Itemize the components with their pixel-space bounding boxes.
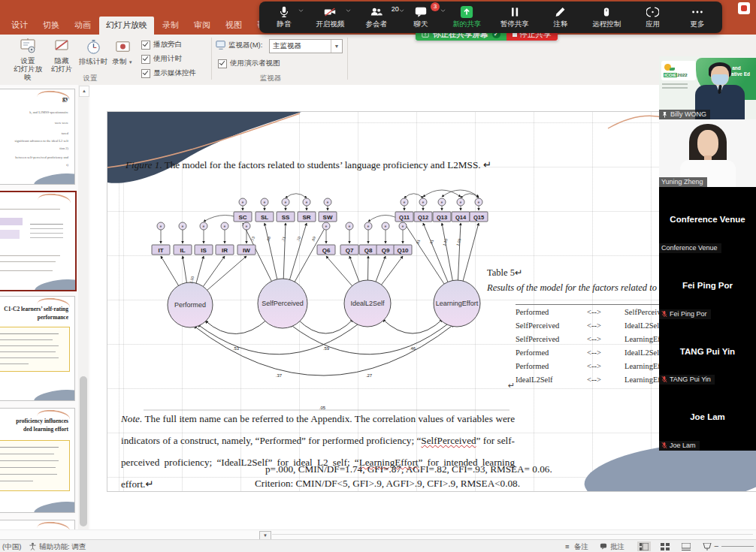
ppt-status-bar: (中国) 辅助功能: 调查 ≡ 备注 批注 − <box>0 539 756 552</box>
latent-selfperceived: SelfPerceived <box>262 300 304 307</box>
thumbnail-slide-5[interactable]: diates the relationship between intended… <box>0 520 75 529</box>
remote-control-button[interactable]: 远程控制 <box>592 5 621 29</box>
participant-video-yuning[interactable]: Yuning Zheng <box>659 119 756 187</box>
chevron-down-icon[interactable] <box>346 9 351 13</box>
zoom-slider[interactable] <box>721 546 754 547</box>
svg-text:.73: .73 <box>249 236 256 243</box>
thumbnail-slide-4[interactable]: proficiency influences ded learning effo… <box>0 408 75 513</box>
start-video-button[interactable]: 开启视频 <box>316 5 344 29</box>
scrollbar-thumb[interactable] <box>80 376 87 526</box>
more-dots-icon <box>691 5 704 19</box>
tab-design[interactable]: 设计 <box>5 17 35 35</box>
tab-slideshow[interactable]: 幻灯片放映 <box>99 17 154 35</box>
mute-button[interactable]: 静音 <box>271 5 297 29</box>
thumb1-line: tured <box>62 131 68 135</box>
share-screen-icon <box>460 5 473 19</box>
chevron-down-icon[interactable] <box>399 9 404 13</box>
use-timings-label: 使用计时 <box>153 54 182 64</box>
apps-icon <box>646 5 659 19</box>
tab-record[interactable]: 录制 <box>156 17 186 35</box>
slideshow-view-button[interactable] <box>700 541 714 551</box>
participant-video-billy[interactable]: Open and Innovative Ed ICOIE2022 Billy W… <box>659 56 756 119</box>
thumbnail-slide-2-current[interactable] <box>0 191 77 291</box>
svg-text:IT: IT <box>158 247 163 254</box>
record-button[interactable]: 录制 ▼ <box>110 38 135 67</box>
comments-toggle[interactable]: 批注 <box>610 542 624 552</box>
indicator-group-4: ee ee e Q11Q12 Q13Q14 Q15 <box>395 198 488 222</box>
slide-thumbnail-panel: gy k, and L2MSS-questionnaire wers were … <box>0 85 90 529</box>
thumb1-line: significant advances to the ideal L2 sel… <box>15 139 68 143</box>
tab-view[interactable]: 视图 <box>219 17 249 35</box>
use-timings-checkbox[interactable]: 使用计时 <box>141 54 182 64</box>
svg-text:SC: SC <box>238 214 246 221</box>
participant-name-label: TANG Pui Yin <box>659 375 715 385</box>
highlight-box <box>0 327 70 372</box>
pin-icon <box>661 111 668 118</box>
participants-icon <box>369 5 384 19</box>
decor-blob <box>34 277 77 291</box>
participant-display-name: Conference Venue <box>659 215 756 224</box>
tab-animations[interactable]: 动画 <box>68 17 98 35</box>
monitors-group-label: 监视器 <box>240 74 301 83</box>
thumbnail-slide-1[interactable]: gy k, and L2MSS-questionnaire wers were … <box>0 89 75 185</box>
reading-view-button[interactable] <box>679 541 693 551</box>
scroll-up-icon[interactable]: ▲ <box>79 86 89 97</box>
clock-icon <box>85 38 102 56</box>
play-narrations-checkbox[interactable]: 播放旁白 <box>141 40 182 50</box>
slide-sorter-view-button[interactable] <box>658 541 672 551</box>
normal-view-button[interactable] <box>637 541 651 551</box>
tab-transitions[interactable]: 切换 <box>36 17 66 35</box>
zoom-out-button[interactable]: − <box>714 541 718 550</box>
titlebar-app-button[interactable] <box>738 2 750 14</box>
monitor-dropdown[interactable]: 主监视器 ▼ <box>269 39 343 53</box>
thumb1-line: t) <box>66 163 68 167</box>
scroll-track[interactable] <box>272 534 753 535</box>
dropdown-arrow-icon: ▼ <box>331 40 342 53</box>
chevron-down-icon[interactable] <box>298 9 304 13</box>
record-dropdown-arrow[interactable]: ▼ <box>129 60 133 65</box>
svg-text:Q7: Q7 <box>346 247 354 254</box>
svg-text:Q11: Q11 <box>399 214 410 221</box>
notes-toggle[interactable]: 备注 <box>574 542 588 552</box>
pause-share-button[interactable]: 暂停共享 <box>500 5 529 29</box>
participant-tile-joe-lam[interactable]: Joe Lam Joe Lam <box>659 385 756 451</box>
app-glyph-icon <box>741 5 747 11</box>
participant-tile-conference-venue[interactable]: Conference Venue Conference Venue <box>659 187 756 253</box>
apps-button[interactable]: 应用 <box>640 5 666 29</box>
chat-button[interactable]: 3 聊天 <box>408 5 434 29</box>
play-narrations-label: 播放旁白 <box>153 40 182 50</box>
conference-logo-text: ICOIE2022 <box>664 73 688 77</box>
figure-caption-number: Figure 1 <box>125 159 159 170</box>
rehearse-timings-button[interactable]: 排练计时 <box>77 38 110 65</box>
checkbox-icon <box>218 59 227 68</box>
mini-table-line <box>30 228 63 229</box>
participant-tile-fei-ping-por[interactable]: Fei Ping Por Fei Ping Por <box>659 253 756 319</box>
fit-criterion-line: Criterion: CMIN/DF<5, GFI>.9, AGFI>.9, C… <box>255 478 520 490</box>
more-button[interactable]: 更多 <box>685 5 710 29</box>
thumbnail-scrollbar[interactable]: ▲ <box>78 85 89 529</box>
svg-text:Q15: Q15 <box>473 214 484 221</box>
participant-name-label: Joe Lam <box>659 441 700 451</box>
rehearse-timings-label: 排练计时 <box>79 57 107 65</box>
accessibility-status[interactable]: 辅助功能: 调查 <box>39 542 86 552</box>
mini-table-line <box>30 237 63 238</box>
thumbnail-slide-3[interactable]: C1-C2 learners’ self-rating performance <box>0 296 75 401</box>
participants-button[interactable]: 20 参会者 <box>364 5 389 29</box>
language-indicator[interactable]: (中国) <box>2 542 21 552</box>
new-share-button[interactable]: 新的共享 <box>452 5 481 29</box>
decor-curl <box>37 192 71 210</box>
accessibility-icon <box>29 542 37 550</box>
presenter-view-checkbox[interactable]: 使用演示者视图 <box>218 59 280 68</box>
svg-text:.91: .91 <box>428 239 434 246</box>
setup-slideshow-button[interactable]: 设置 幻灯片放映 <box>11 37 45 81</box>
tab-review[interactable]: 审阅 <box>187 17 217 35</box>
annotate-button[interactable]: 注释 <box>548 5 573 29</box>
participant-display-name: Fei Ping Por <box>659 281 756 290</box>
chevron-down-icon[interactable] <box>440 9 446 13</box>
svg-text:Q14: Q14 <box>455 214 467 221</box>
participant-tile-tang-pui-yin[interactable]: TANG Pui Yin TANG Pui Yin <box>659 319 756 385</box>
svg-text:.69: .69 <box>310 236 316 243</box>
hide-slide-button[interactable]: 隐藏 幻灯片 <box>47 37 77 73</box>
participant-name-label: Yuning Zheng <box>659 177 707 187</box>
show-media-controls-checkbox[interactable]: 显示媒体控件 <box>141 68 196 78</box>
